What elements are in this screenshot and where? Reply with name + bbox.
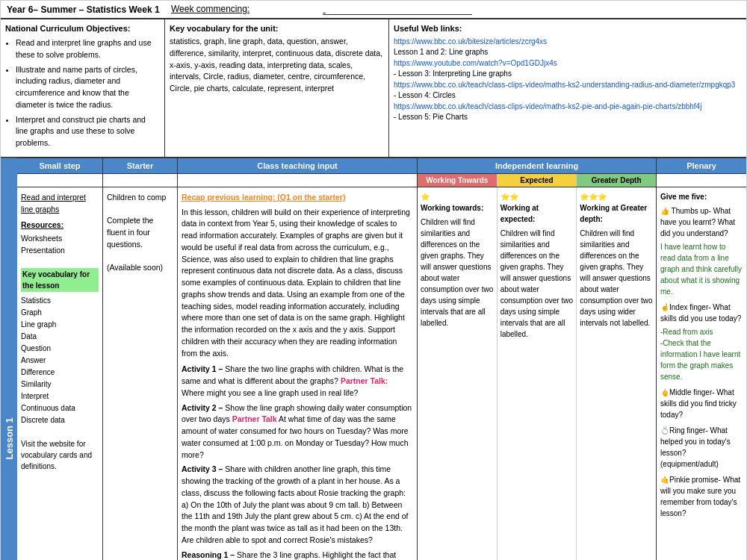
starter-detail: Complete the fluent in four questions. [107,215,173,250]
expected-emoji: ⭐⭐ [500,191,574,202]
activity1: Activity 1 – Share the two line graphs w… [182,364,413,399]
header-independent: Independent learning [418,158,657,173]
links-heading: Useful Web links: [394,24,742,33]
web-links: Useful Web links: https://www.bbc.co.uk/… [389,19,746,157]
thumbs-up: 👍 Thumbs up- What have you learnt? What … [660,205,743,239]
week-commencing: Week commencing: [171,4,740,15]
expected-heading: Working at expected: [500,202,574,225]
header-class: Class teaching input [178,158,418,173]
page-title: Year 6– Summer – Statistics Week 1 [7,4,171,15]
expected-cell: ⭐⭐ Working at expected: Children will fi… [498,187,577,560]
activity3: Activity 3 – Share with children another… [182,464,413,546]
header-starter: Starter [103,158,178,173]
activity2: Activity 2 – Show the line graph showing… [182,402,413,461]
middle-finger: 🖕Middle finger- What skills did you find… [660,387,743,420]
resources-worksheets: Worksheets [21,233,99,245]
subheader-working: Working Towards [418,174,498,187]
lesson-label: Lesson 1 [1,158,17,560]
recap-label: Recap previous learning: (Q1 on the star… [182,192,413,204]
index-finger: ☝Index finger- What skills did you use t… [660,302,743,324]
header: Year 6– Summer – Statistics Week 1 Week … [1,1,746,19]
link-2-label: - Lesson 3: Interpreting Line graphs [394,69,512,78]
curriculum-item-1: Read and interpret line graphs and use t… [16,37,160,61]
small-step-text: Read and interpret line graphs [21,192,99,216]
independent-content: ⭐ Working towards: Children will find si… [418,187,657,560]
link-1-label: Lesson 1 and 2: Line graphs [394,48,488,56]
indep-three-cols: ⭐ Working towards: Children will find si… [418,187,656,560]
reasoning1: Reasoning 1 – Share the 3 line graphs. H… [182,550,413,561]
column-headers: Small step Starter Class teaching input … [17,158,746,174]
greater-depth-cell: ⭐⭐⭐ Working at Greater depth: Children w… [577,187,656,560]
visit-website: Visit the website for vocabulary cards a… [21,438,99,472]
greater-text: Children will find similarities and diff… [580,228,653,329]
link-2[interactable]: https://www.youtube.com/watch?v=Opd1GDJj… [394,57,742,69]
header-small-step: Small step [17,158,103,173]
header-plenary: Plenary [657,158,746,173]
plenary-content: Give me five: 👍 Thumbs up- What have you… [657,187,746,560]
small-step-content: Read and interpret line graphs Resources… [17,187,103,560]
top-section: National Curriculum Objectives: Read and… [1,19,746,158]
subheader-greater: Greater Depth [577,174,656,187]
class-content: Recap previous learning: (Q1 on the star… [178,187,418,560]
link-4[interactable]: https://www.bbc.co.uk/teach/class-clips-… [394,101,742,112]
starter-main: Children to comp [107,192,173,204]
curriculum-list: Read and interpret line graphs and use t… [5,37,160,149]
curriculum-objectives: National Curriculum Objectives: Read and… [1,19,165,157]
resources-label: Resources: [21,220,99,231]
greater-emoji: ⭐⭐⭐ [580,191,653,202]
working-emoji: ⭐ [421,191,494,202]
vocab-heading: Key vocabulary for the unit: [170,24,384,33]
learnt-text: I have learnt how to read data from a li… [660,241,743,297]
link-4-label: - Lesson 5: Pie Charts [394,113,468,121]
link-3[interactable]: https://www.bbc.co.uk/teach/class-clips-… [394,79,742,90]
plenary-heading: Give me five: [660,191,743,202]
curriculum-item-3: Interpret and construct pie charts and l… [16,114,160,149]
page: Year 6– Summer – Statistics Week 1 Week … [0,0,747,560]
link-3-label: - Lesson 4: Circles [394,91,456,99]
key-vocab-unit: Key vocabulary for the unit: statistics,… [165,19,389,157]
subheaders-row: Working Towards Expected Greater Depth [17,174,746,187]
vocab-list: StatisticsGraphLine graphDataQuestionAns… [21,295,99,426]
link-1[interactable]: https://www.bbc.co.uk/bitesize/articles/… [394,36,742,47]
pinkie-promise: 🤙Pinkie promise- What will you make sure… [660,474,743,519]
table-content: Small step Starter Class teaching input … [17,158,746,560]
resources-presentation: Presentation [21,245,99,257]
working-text: Children will find similarities and diff… [421,217,494,329]
recap-highlight: Recap previous learning: (Q1 on the star… [182,193,345,202]
key-vocab-label: Key vocabulary for the lesson [21,268,99,292]
starter-available: (Available soon) [107,262,173,274]
skills-text: -Read from axis-Check that the informati… [660,326,743,382]
working-heading: Working towards: [421,202,494,214]
main-table: Lesson 1 Small step Starter Class teachi… [1,158,746,560]
content-row: Read and interpret line graphs Resources… [17,187,746,560]
vocab-text: statistics, graph, line graph, data, que… [170,36,384,95]
subheader-expected: Expected [498,174,577,187]
working-towards-cell: ⭐ Working towards: Children will find si… [418,187,498,560]
greater-heading: Working at Greater depth: [580,202,653,225]
starter-content: Children to comp Complete the fluent in … [103,187,178,560]
ring-finger: 💍Ring finger- What helped you in today's… [660,425,743,470]
expected-text: Children will find similarities and diff… [500,228,574,340]
curriculum-heading: National Curriculum Objectives: [5,24,160,33]
curriculum-item-2: Illustrate and name parts of circles, in… [16,64,160,111]
class-intro: In this lesson, children will build on t… [182,207,413,360]
